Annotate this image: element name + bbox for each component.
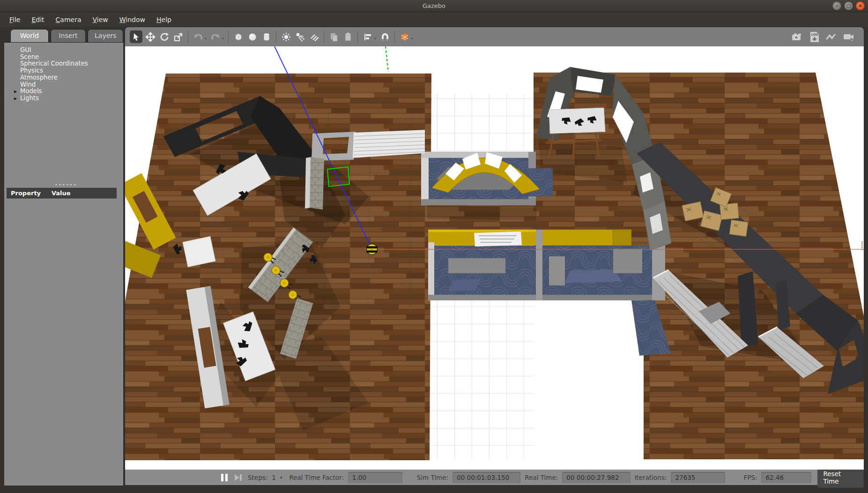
gazebo-3d-viewport[interactable]: ••••• bbox=[125, 46, 864, 470]
translate-tool-button[interactable] bbox=[144, 30, 156, 43]
expand-arrow-icon[interactable]: ▶ bbox=[14, 88, 17, 96]
undo-button[interactable] bbox=[192, 30, 204, 43]
tree-item-wind[interactable]: Wind bbox=[20, 81, 123, 88]
room-couch[interactable] bbox=[549, 256, 565, 285]
log-file-icon: LOG bbox=[809, 31, 820, 43]
copy-icon bbox=[329, 32, 339, 42]
reset-time-button[interactable]: Reset Time bbox=[817, 467, 864, 488]
undo-dropdown-icon[interactable]: ▾ bbox=[205, 37, 207, 41]
tree-item-physics[interactable]: Physics bbox=[20, 67, 123, 74]
maximize-icon[interactable]: □ bbox=[844, 1, 853, 10]
turtlebot-robot[interactable] bbox=[367, 244, 378, 255]
pause-button[interactable] bbox=[221, 474, 228, 481]
tab-insert[interactable]: Insert bbox=[51, 29, 86, 42]
real-time-label: Real Time: bbox=[525, 474, 558, 481]
align-button[interactable] bbox=[361, 30, 374, 43]
small-table[interactable] bbox=[183, 236, 215, 267]
window-title: Gazebo bbox=[423, 2, 445, 9]
select-tool-button[interactable] bbox=[130, 30, 142, 43]
snap-button[interactable] bbox=[378, 30, 391, 43]
menu-help[interactable]: Help bbox=[151, 14, 177, 26]
step-button[interactable] bbox=[235, 474, 242, 481]
property-column-header: Property bbox=[7, 190, 52, 197]
steps-value[interactable]: 1 bbox=[272, 474, 276, 481]
window-bottom-edge bbox=[0, 486, 868, 493]
panel-tabs: World Insert Layers bbox=[4, 27, 123, 42]
steps-dropdown-icon[interactable]: ▾ bbox=[280, 475, 282, 480]
tree-item-atmosphere[interactable]: Atmosphere bbox=[20, 74, 123, 81]
translate-icon bbox=[146, 32, 155, 42]
rotate-tool-button[interactable] bbox=[158, 30, 171, 43]
spot-light-button[interactable] bbox=[294, 30, 306, 43]
menu-edit[interactable]: Edit bbox=[26, 14, 50, 26]
redo-button[interactable] bbox=[209, 30, 222, 43]
carpet-room-north[interactable] bbox=[421, 152, 553, 205]
plot-button[interactable] bbox=[825, 30, 838, 43]
close-icon[interactable]: ✕ bbox=[856, 1, 865, 10]
log-recorder-button[interactable]: LOG bbox=[808, 30, 821, 43]
rtf-label: Real Time Factor: bbox=[289, 474, 343, 481]
sphere-shape-icon bbox=[248, 32, 257, 42]
spot-light-icon bbox=[296, 32, 305, 42]
steps-label: Steps: bbox=[248, 474, 267, 481]
point-light-button[interactable] bbox=[280, 30, 292, 43]
real-time-value: 00 00:00:27.982 bbox=[562, 472, 630, 483]
stone-pillar[interactable] bbox=[310, 157, 324, 209]
menu-window[interactable]: Window bbox=[114, 14, 151, 26]
insert-cylinder-button[interactable] bbox=[260, 30, 273, 43]
redo-dropdown-icon[interactable]: ▾ bbox=[222, 37, 224, 41]
viewport-resize-handle[interactable]: ••••• bbox=[861, 241, 863, 250]
carpet-room-southwest[interactable] bbox=[428, 229, 537, 300]
directional-light-icon bbox=[310, 32, 319, 42]
tab-layers[interactable]: Layers bbox=[88, 29, 123, 42]
scale-tool-button[interactable] bbox=[172, 30, 185, 43]
point-light-icon bbox=[282, 32, 291, 42]
record-video-button[interactable] bbox=[843, 30, 855, 43]
copy-button[interactable] bbox=[327, 30, 340, 43]
tree-item-lights[interactable]: ▶Lights bbox=[20, 95, 123, 102]
align-dropdown-icon[interactable]: ▾ bbox=[374, 37, 376, 41]
titlebar[interactable]: Gazebo – □ ✕ bbox=[0, 0, 868, 12]
world-tree: GUI Scene Spherical Coordinates Physics … bbox=[4, 43, 123, 102]
magnet-icon bbox=[380, 32, 390, 42]
undo-arrow-icon bbox=[193, 33, 203, 41]
left-panel: World Insert Layers GUI Scene Spherical … bbox=[0, 27, 123, 486]
sim-time-label: Sim Time: bbox=[417, 474, 448, 481]
world-tree-panel: GUI Scene Spherical Coordinates Physics … bbox=[4, 42, 123, 486]
rotate-icon bbox=[160, 32, 169, 42]
insert-sphere-button[interactable] bbox=[246, 30, 259, 43]
camera-icon bbox=[792, 32, 803, 42]
menu-view[interactable]: View bbox=[87, 14, 114, 26]
room-table[interactable] bbox=[448, 258, 505, 273]
box-shape-icon bbox=[234, 32, 243, 42]
insert-box-button[interactable] bbox=[232, 30, 245, 43]
tab-world[interactable]: World bbox=[10, 29, 49, 42]
panel-splitter-handle[interactable]: •••••• bbox=[55, 184, 77, 186]
menu-file[interactable]: File bbox=[4, 14, 26, 26]
room-couch[interactable] bbox=[613, 249, 642, 273]
paste-icon bbox=[343, 32, 353, 42]
fps-label: FPS: bbox=[743, 474, 757, 481]
tree-item-scene[interactable]: Scene bbox=[20, 54, 123, 61]
expand-arrow-icon[interactable]: ▶ bbox=[14, 96, 17, 103]
iterations-label: Iterations: bbox=[635, 474, 667, 481]
align-icon bbox=[363, 33, 372, 41]
video-camera-icon bbox=[843, 32, 855, 42]
tree-item-spherical-coordinates[interactable]: Spherical Coordinates bbox=[20, 60, 123, 67]
tree-item-gui[interactable]: GUI bbox=[20, 47, 123, 54]
menu-camera[interactable]: Camera bbox=[50, 14, 87, 26]
rtf-value: 1.00 bbox=[348, 472, 402, 483]
minimize-icon[interactable]: – bbox=[832, 1, 841, 10]
screenshot-button[interactable] bbox=[791, 30, 803, 43]
view-angle-button[interactable] bbox=[398, 30, 411, 43]
svg-text:LOG: LOG bbox=[811, 33, 818, 37]
gazebo-3d-scene[interactable] bbox=[125, 46, 864, 470]
scale-icon bbox=[174, 32, 183, 42]
directional-light-button[interactable] bbox=[308, 30, 320, 43]
tree-item-models[interactable]: ▶Models bbox=[20, 88, 123, 95]
plot-line-icon bbox=[826, 33, 838, 41]
paste-button[interactable] bbox=[341, 30, 354, 43]
ground-grid-bottom bbox=[427, 300, 534, 459]
toolbar: ▾ ▾ bbox=[125, 27, 864, 46]
view-dropdown-icon[interactable]: ▾ bbox=[411, 37, 413, 41]
